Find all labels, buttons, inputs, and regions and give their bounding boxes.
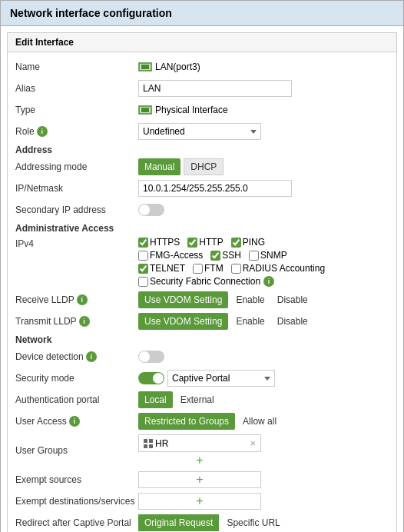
dhcp-button[interactable]: DHCP xyxy=(184,158,224,175)
fmg-checkbox[interactable] xyxy=(138,251,148,261)
ftm-checkbox-item: FTM xyxy=(193,263,224,274)
http-checkbox[interactable] xyxy=(187,238,197,248)
role-select-arrow xyxy=(250,130,257,134)
security-mode-select[interactable]: Captive Portal xyxy=(167,370,275,387)
https-label: HTTPS xyxy=(150,237,180,248)
add-exempt-dest-button[interactable]: + xyxy=(138,493,261,510)
https-checkbox-item: HTTPS xyxy=(138,237,180,248)
device-detection-info-icon[interactable]: i xyxy=(86,351,97,362)
snmp-checkbox[interactable] xyxy=(249,251,259,261)
role-info-icon[interactable]: i xyxy=(37,126,48,137)
svg-rect-3 xyxy=(141,108,149,112)
manual-button[interactable]: Manual xyxy=(138,158,180,175)
addressing-mode-row: Addressing mode Manual DHCP xyxy=(15,158,389,175)
exempt-dest-row: Exempt destinations/services + xyxy=(15,493,389,510)
transmit-lldp-disable-button[interactable]: Disable xyxy=(273,314,313,328)
secondary-ip-toggle[interactable] xyxy=(138,204,164,216)
ipv4-row4: Security Fabric Connection i xyxy=(138,276,279,287)
user-access-info-icon[interactable]: i xyxy=(69,416,80,427)
alias-value xyxy=(138,80,389,97)
restricted-button[interactable]: Restricted to Groups xyxy=(138,413,235,430)
form-body: Name LAN(port3) Alias xyxy=(8,52,396,532)
http-checkbox-item: HTTP xyxy=(187,237,223,248)
snmp-checkbox-item: SNMP xyxy=(249,250,287,261)
network-section-label: Network xyxy=(15,334,389,345)
transmit-lldp-vdom-button[interactable]: Use VDOM Setting xyxy=(138,313,228,330)
original-request-button[interactable]: Original Request xyxy=(138,514,219,531)
redirect-row: Redirect after Captive Portal Original R… xyxy=(15,514,389,531)
edit-interface-panel: Edit Interface Name LAN(port3) Alias xyxy=(7,32,397,532)
addressing-mode-label: Addressing mode xyxy=(15,161,138,172)
svg-rect-4 xyxy=(144,439,147,443)
remove-hr-button[interactable]: × xyxy=(250,437,256,449)
ssh-checkbox-item: SSH xyxy=(210,250,241,261)
radius-checkbox[interactable] xyxy=(231,264,241,274)
add-user-group-button[interactable]: + xyxy=(196,454,203,467)
role-value: Undefined xyxy=(138,123,389,140)
type-text: Physical Interface xyxy=(155,105,228,115)
security-mode-toggle[interactable] xyxy=(138,372,164,384)
ping-checkbox[interactable] xyxy=(231,238,241,248)
security-mode-label: Security mode xyxy=(15,373,138,384)
allow-all-button[interactable]: Allow all xyxy=(238,414,281,428)
user-groups-label: User Groups xyxy=(15,445,138,456)
address-section-label: Address xyxy=(15,145,389,155)
snmp-label: SNMP xyxy=(260,250,287,261)
ip-netmask-row: IP/Netmask xyxy=(15,180,389,197)
external-button[interactable]: External xyxy=(176,393,219,407)
local-button[interactable]: Local xyxy=(138,391,173,408)
ftm-checkbox[interactable] xyxy=(193,264,203,274)
receive-lldp-enable-button[interactable]: Enable xyxy=(231,293,269,307)
ip-netmask-value xyxy=(138,180,389,197)
receive-lldp-disable-button[interactable]: Disable xyxy=(273,293,313,307)
lan-icon xyxy=(138,62,152,71)
user-access-label: User Access i xyxy=(15,416,138,427)
redirect-label: Redirect after Captive Portal xyxy=(15,517,138,528)
telnet-checkbox-item: TELNET xyxy=(138,263,185,274)
exempt-dest-label: Exempt destinations/services xyxy=(15,496,138,507)
exempt-sources-label: Exempt sources xyxy=(15,474,138,485)
secondary-ip-value xyxy=(138,204,389,216)
ipv4-row2: FMG-Access SSH SNMP xyxy=(138,250,292,261)
ssh-label: SSH xyxy=(222,250,241,261)
security-fabric-checkbox[interactable] xyxy=(138,277,148,287)
transmit-lldp-row: Transmit LLDP i Use VDOM Setting Enable … xyxy=(15,313,389,330)
alias-label: Alias xyxy=(15,83,138,94)
transmit-lldp-enable-button[interactable]: Enable xyxy=(231,314,269,328)
user-group-box: HR × xyxy=(138,434,261,452)
specific-url-button[interactable]: Specific URL xyxy=(222,516,284,530)
device-detection-toggle[interactable] xyxy=(138,351,164,363)
secondary-ip-row: Secondary IP address xyxy=(15,201,389,218)
user-groups-row: User Groups HR × xyxy=(15,434,389,467)
fmg-label: FMG-Access xyxy=(150,250,203,261)
security-fabric-checkbox-item: Security Fabric Connection i xyxy=(138,276,274,287)
device-detection-row: Device detection i xyxy=(15,348,389,365)
svg-rect-6 xyxy=(144,444,147,448)
auth-portal-label: Authentication portal xyxy=(15,394,138,405)
add-exempt-source-button[interactable]: + xyxy=(138,471,261,488)
role-select[interactable]: Undefined xyxy=(138,123,261,140)
receive-lldp-info-icon[interactable]: i xyxy=(77,294,88,305)
hr-tag: HR xyxy=(144,438,168,449)
telnet-checkbox[interactable] xyxy=(138,264,148,274)
add-group-container: + xyxy=(138,454,261,467)
svg-rect-7 xyxy=(149,444,153,448)
secondary-ip-label: Secondary IP address xyxy=(15,204,138,215)
alias-input[interactable] xyxy=(138,80,292,97)
name-value: LAN(port3) xyxy=(138,62,389,72)
security-fabric-info-icon[interactable]: i xyxy=(263,276,274,287)
ip-netmask-input[interactable] xyxy=(138,180,292,197)
user-access-row: User Access i Restricted to Groups Allow… xyxy=(15,413,389,430)
ipv4-row1: HTTPS HTTP PING xyxy=(138,237,270,248)
https-checkbox[interactable] xyxy=(138,238,148,248)
secondary-ip-knob xyxy=(139,204,150,215)
role-row: Role i Undefined xyxy=(15,123,389,140)
transmit-lldp-info-icon[interactable]: i xyxy=(79,316,90,327)
user-groups-value: HR × + xyxy=(138,434,389,467)
exempt-sources-value: + xyxy=(138,471,389,488)
exempt-dest-value: + xyxy=(138,493,389,510)
http-label: HTTP xyxy=(199,237,223,248)
ssh-checkbox[interactable] xyxy=(210,251,220,261)
device-detection-value xyxy=(138,351,389,363)
receive-lldp-vdom-button[interactable]: Use VDOM Setting xyxy=(138,291,228,308)
